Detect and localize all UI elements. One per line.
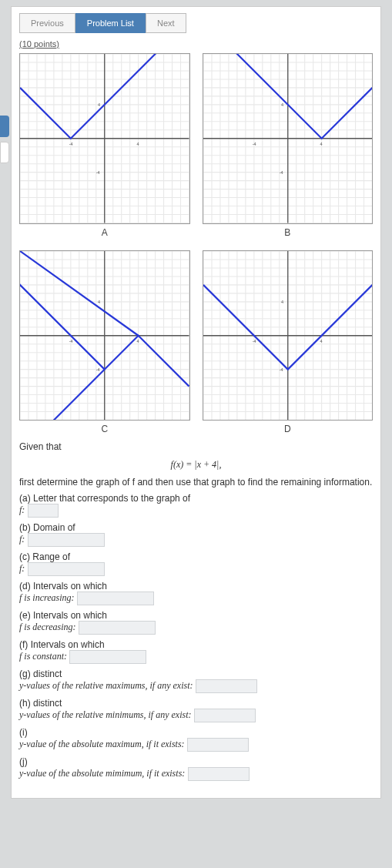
input-a[interactable] bbox=[28, 504, 59, 518]
part-c-f: f: bbox=[19, 564, 25, 575]
side-tab-2[interactable] bbox=[0, 142, 9, 163]
input-d[interactable] bbox=[77, 592, 154, 605]
svg-text:4: 4 bbox=[320, 338, 322, 343]
input-i[interactable] bbox=[187, 738, 249, 752]
graph-d-label: D bbox=[203, 424, 374, 434]
input-b[interactable] bbox=[28, 533, 105, 547]
svg-text:4: 4 bbox=[280, 300, 283, 304]
part-e-f: f is decreasing: bbox=[19, 622, 76, 633]
part-j-text: (j) bbox=[19, 756, 28, 767]
svg-text:4: 4 bbox=[136, 142, 139, 146]
svg-text:-4: -4 bbox=[69, 142, 73, 146]
previous-button[interactable]: Previous bbox=[19, 13, 75, 33]
input-h[interactable] bbox=[194, 709, 256, 722]
part-h-text: (h) distinct bbox=[19, 698, 62, 709]
svg-text:-4: -4 bbox=[279, 367, 283, 371]
svg-text:4: 4 bbox=[136, 338, 139, 343]
part-h-y: y-values of the relative minimums, if an… bbox=[19, 710, 192, 721]
part-e-text: (e) Intervals on which bbox=[19, 610, 107, 621]
points-label: (10 points) bbox=[19, 39, 373, 49]
input-c[interactable] bbox=[28, 562, 105, 576]
svg-text:-4: -4 bbox=[252, 338, 256, 343]
problem-list-button[interactable]: Problem List bbox=[75, 13, 146, 33]
part-d-text: (d) Intervals on which bbox=[19, 581, 107, 592]
part-f-f: f is constant: bbox=[19, 652, 67, 662]
part-f-text: (f) Intervals on which bbox=[19, 639, 105, 650]
part-b-text: (b) Domain of bbox=[19, 522, 75, 533]
part-b-f: f: bbox=[19, 535, 25, 545]
input-g[interactable] bbox=[196, 679, 257, 693]
part-g-y: y-values of the relative maximums, if an… bbox=[19, 681, 193, 692]
svg-text:-4: -4 bbox=[69, 338, 73, 343]
graph-a-label: A bbox=[19, 227, 190, 238]
part-i-y: y-value of the absolute maximum, if it e… bbox=[19, 739, 185, 750]
graph-c: -44 4-4 bbox=[19, 250, 190, 421]
input-j[interactable] bbox=[188, 767, 250, 781]
next-button[interactable]: Next bbox=[146, 13, 186, 33]
part-j-y: y-value of the absolute mimimum, if it e… bbox=[19, 769, 185, 779]
graph-grid: -44 4-4 A -44 4-4 B -44 4-4 C -44 4-4 D bbox=[19, 53, 373, 434]
part-a-text: (a) Letter that corresponds to the graph… bbox=[19, 493, 190, 504]
svg-text:4: 4 bbox=[320, 142, 322, 146]
graph-c-label: C bbox=[19, 424, 190, 434]
svg-text:4: 4 bbox=[98, 300, 100, 304]
svg-text:-4: -4 bbox=[96, 367, 100, 371]
given-text: Given that bbox=[19, 441, 373, 454]
svg-text:4: 4 bbox=[280, 102, 283, 107]
instructions: first determine the graph of f and then … bbox=[19, 476, 373, 489]
side-tab-1[interactable] bbox=[0, 116, 9, 137]
graph-a: -44 4-4 bbox=[19, 53, 190, 224]
part-g-text: (g) distinct bbox=[19, 669, 62, 679]
graph-d: -44 4-4 bbox=[203, 250, 374, 421]
part-d-f: f is increasing: bbox=[19, 593, 75, 604]
svg-text:4: 4 bbox=[98, 102, 100, 107]
graph-b-label: B bbox=[203, 227, 374, 238]
part-c-text: (c) Range of bbox=[19, 551, 70, 562]
nav-bar: Previous Problem List Next bbox=[19, 13, 373, 33]
input-e[interactable] bbox=[79, 621, 156, 635]
svg-text:-4: -4 bbox=[252, 142, 256, 146]
graph-b: -44 4-4 bbox=[203, 53, 374, 224]
formula: f(x) = |x + 4|, bbox=[19, 458, 373, 471]
svg-text:-4: -4 bbox=[279, 170, 283, 175]
input-f[interactable] bbox=[69, 650, 146, 664]
part-i-text: (i) bbox=[19, 727, 28, 738]
part-a-f: f: bbox=[19, 505, 25, 516]
svg-text:-4: -4 bbox=[96, 170, 100, 175]
